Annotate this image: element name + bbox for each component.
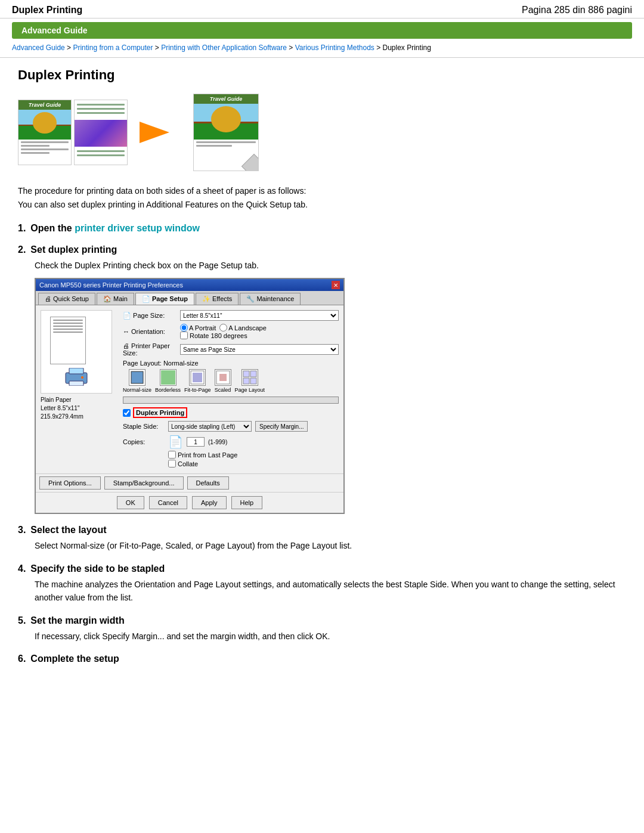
svg-rect-1 — [69, 368, 83, 374]
breadcrumb-various-methods[interactable]: Various Printing Methods — [295, 44, 374, 52]
apply-button[interactable]: Apply — [192, 496, 227, 509]
pl3 — [53, 326, 83, 327]
printer-driver-link[interactable]: printer driver setup window — [75, 223, 200, 233]
staple-select[interactable]: Long-side stapling (Left) — [168, 421, 252, 432]
book2-line4 — [77, 150, 125, 152]
scroll-bar[interactable] — [123, 397, 339, 404]
copies-icon: 📄 — [168, 435, 183, 449]
layout-borderless[interactable]: Borderless — [155, 369, 181, 393]
step1-header: 1. Open the printer driver setup window — [18, 223, 626, 234]
book1-circle — [33, 112, 57, 134]
printer-paper-icon: 🖨 — [123, 342, 129, 349]
book-stack: Travel Guide — [18, 100, 128, 165]
book1-line4 — [21, 152, 49, 154]
landscape-radio[interactable] — [219, 324, 227, 332]
ok-button[interactable]: OK — [117, 496, 144, 509]
result-line2 — [196, 145, 232, 147]
layout-fit[interactable]: Fit-to-Page — [184, 369, 211, 393]
dialog-titlebar: Canon MP550 series Printer Printing Pref… — [36, 279, 343, 291]
copies-row: Copies: 📄 (1-999) — [123, 435, 339, 449]
book-2 — [74, 100, 128, 165]
print-from-last-label: Print from Last Page — [178, 451, 237, 459]
orientation-icon: ↔ — [123, 328, 129, 335]
orientation-radio-group: A Portrait A Landscape — [180, 324, 267, 332]
step4-number: 4. — [18, 563, 26, 574]
tab-quick-setup-icon: 🖨 — [45, 295, 51, 302]
duplex-checkbox[interactable] — [123, 409, 131, 417]
svg-rect-4 — [131, 371, 143, 383]
layout-normal-img — [129, 369, 145, 386]
print-options-button[interactable]: Print Options... — [39, 476, 101, 490]
svg-rect-9 — [219, 374, 227, 381]
step4-header: 4. Specify the side to be stapled — [18, 563, 626, 574]
result-book-lines — [194, 140, 258, 150]
tab-quick-setup[interactable]: 🖨 Quick Setup — [38, 293, 95, 305]
page-title: Duplex Printing — [18, 67, 626, 83]
banner-label: Advanced Guide — [21, 26, 87, 35]
step1-number: 1. — [18, 223, 26, 234]
svg-rect-7 — [193, 373, 202, 382]
book2-line2 — [77, 108, 125, 110]
layout-page[interactable]: Page Layout — [235, 369, 265, 393]
defaults-button[interactable]: Defaults — [187, 476, 229, 490]
paper-size: Letter 8.5"x11" 215.9x279.4mm — [41, 404, 118, 421]
tab-page-setup[interactable]: 📄 Page Setup — [135, 293, 194, 305]
step3-desc: Select Normal-size (or Fit-to-Page, Scal… — [35, 539, 626, 552]
cancel-button[interactable]: Cancel — [149, 496, 187, 509]
book2-line1 — [77, 104, 125, 106]
pl4 — [53, 329, 83, 330]
book1-line3 — [21, 148, 69, 150]
book2-lines2 — [75, 147, 127, 162]
help-button[interactable]: Help — [231, 496, 263, 509]
book2-line3 — [77, 112, 125, 114]
portrait-radio[interactable] — [180, 324, 188, 332]
tab-main[interactable]: 🏠 Main — [97, 293, 134, 305]
tab-effects-icon: ✨ — [202, 295, 210, 302]
book2-line5 — [77, 154, 125, 156]
intro-line1: The procedure for printing data on both … — [18, 184, 626, 197]
step-5: 5. Set the margin width If necessary, cl… — [18, 615, 626, 643]
step1-title: Open the printer driver setup window — [30, 223, 200, 234]
dialog-close-button[interactable]: ✕ — [332, 281, 340, 289]
result-book-circle — [211, 106, 241, 132]
layout-scaled[interactable]: Scaled — [215, 369, 231, 393]
stamp-background-button[interactable]: Stamp/Background... — [104, 476, 184, 490]
breadcrumb-advanced-guide[interactable]: Advanced Guide — [12, 44, 65, 52]
layout-scaled-label: Scaled — [215, 387, 231, 393]
svg-rect-13 — [250, 378, 256, 384]
intro-text: The procedure for printing data on both … — [18, 184, 626, 211]
step2-number: 2. — [18, 244, 26, 255]
print-from-last-checkbox[interactable] — [168, 451, 176, 459]
tab-effects[interactable]: ✨ Effects — [196, 293, 239, 305]
result-line1 — [196, 141, 256, 143]
svg-point-3 — [81, 376, 83, 379]
page-layout-label: Page Layout: Normal-size — [123, 360, 339, 367]
layout-normal[interactable]: Normal-size — [123, 369, 151, 393]
arrow-container — [128, 122, 187, 143]
step5-title: Set the margin width — [30, 615, 124, 626]
step-1: 1. Open the printer driver setup window — [18, 223, 626, 234]
layout-borderless-img — [160, 369, 177, 386]
page-size-label: 📄 Page Size: — [123, 312, 177, 320]
printer-paper-size-select[interactable]: Same as Page Size — [180, 344, 339, 355]
page-size-select[interactable]: Letter 8.5"x11" — [180, 310, 339, 321]
book1-line1 — [21, 141, 69, 143]
page-info: Pagina 285 din 886 pagini — [522, 5, 632, 16]
rotate-checkbox[interactable] — [180, 332, 188, 339]
page-size-row: 📄 Page Size: Letter 8.5"x11" — [123, 310, 339, 321]
orientation-row: ↔ Orientation: A Portrait A Landscape — [123, 324, 339, 339]
preview-page — [50, 317, 86, 364]
step4-title: Specify the side to be stapled — [30, 563, 165, 574]
copies-input[interactable] — [187, 437, 205, 447]
tab-maintenance[interactable]: 🔧 Maintenance — [240, 293, 301, 305]
breadcrumb-printing-from-computer[interactable]: Printing from a Computer — [73, 44, 153, 52]
step3-title: Select the layout — [30, 525, 106, 535]
dialog-title: Canon MP550 series Printer Printing Pref… — [39, 281, 183, 289]
specify-margin-button[interactable]: Specify Margin... — [255, 421, 308, 432]
breadcrumb-printing-other-app[interactable]: Printing with Other Application Software — [161, 44, 287, 52]
svg-rect-11 — [250, 371, 256, 377]
pl5 — [53, 332, 83, 333]
collate-checkbox[interactable] — [168, 460, 176, 467]
step3-header: 3. Select the layout — [18, 525, 626, 535]
book1-line2 — [21, 145, 49, 147]
